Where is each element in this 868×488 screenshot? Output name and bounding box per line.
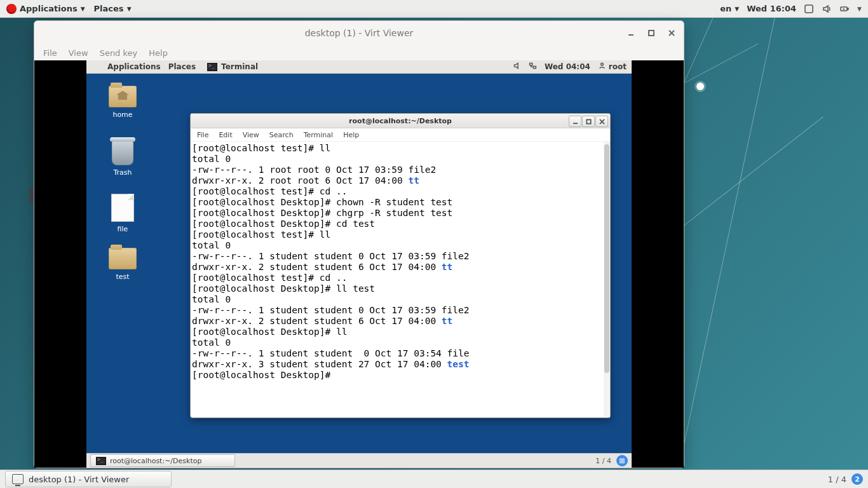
guest-user-menu[interactable]: root (598, 62, 627, 72)
terminal-titlebar[interactable]: root@localhost:~/Desktop (191, 114, 610, 128)
terminal-window: root@localhost:~/Desktop File Edit View (190, 113, 611, 418)
letterbox-right (632, 60, 684, 468)
volume-icon[interactable] (513, 62, 521, 72)
terminal-menu-help[interactable]: Help (343, 131, 359, 139)
terminal-title: root@localhost:~/Desktop (349, 117, 452, 125)
user-icon (598, 62, 606, 72)
battery-icon[interactable] (839, 4, 850, 14)
guest-user-label: root (609, 62, 627, 71)
terminal-menu-file[interactable]: File (197, 131, 208, 139)
svg-rect-0 (805, 5, 813, 13)
accessibility-icon[interactable] (804, 4, 814, 14)
desktop-icon-file[interactable]: file (102, 194, 143, 233)
network-icon[interactable] (529, 62, 537, 72)
svg-rect-4 (530, 63, 532, 65)
desktop-icon-label: test (102, 273, 143, 281)
desktop-icon-label: Trash (102, 168, 143, 177)
host-lang-label: en (720, 4, 731, 13)
terminal-icon (96, 457, 106, 465)
guest-top-panel: Applications Places Terminal Wed 04:04 (86, 60, 632, 74)
svg-rect-5 (533, 66, 536, 68)
guest-workspace-indicator[interactable]: 1 / 4 (595, 457, 611, 465)
chevron-down-icon: ▼ (857, 6, 862, 12)
desktop-icon-label: home (102, 111, 143, 119)
chevron-down-icon: ▼ (81, 6, 85, 12)
guest-clock[interactable]: Wed 04:04 (545, 62, 590, 71)
viewer-menu-sendkey[interactable]: Send key (100, 48, 138, 58)
svg-rect-3 (649, 30, 654, 36)
host-workspace-indicator[interactable]: 1 / 4 (828, 475, 846, 484)
guest-active-app[interactable]: Terminal (207, 62, 258, 71)
host-taskbar-item-virtviewer[interactable]: desktop (1) - Virt Viewer (5, 471, 172, 487)
desktop-icon-home[interactable]: home (102, 86, 143, 119)
viewer-menu-file[interactable]: File (43, 48, 57, 58)
guest-active-app-label: Terminal (221, 62, 258, 71)
trash-icon (112, 140, 133, 165)
folder-icon (109, 248, 137, 269)
host-bottom-panel: desktop (1) - Virt Viewer 1 / 4 2 (0, 470, 868, 488)
desktop-icon-label: file (102, 225, 143, 233)
host-language-indicator[interactable]: en ▼ (720, 4, 739, 13)
close-button[interactable] (665, 26, 679, 40)
terminal-menu-search[interactable]: Search (269, 131, 294, 139)
terminal-scrollbar[interactable] (604, 142, 610, 417)
terminal-menu-edit[interactable]: Edit (219, 131, 232, 139)
file-icon (111, 194, 134, 222)
volume-icon[interactable] (822, 4, 832, 14)
guest-desktop[interactable]: Applications Places Terminal Wed 04:04 (86, 60, 632, 468)
terminal-icon (207, 63, 217, 71)
terminal-menu-terminal[interactable]: Terminal (304, 131, 334, 139)
host-desktop: Applications ▼ Places ▼ en ▼ Wed 16:04 ▼… (0, 0, 868, 488)
host-workspace-switcher-icon[interactable]: 2 (851, 473, 863, 485)
virt-viewer-menubar: File View Send key Help (34, 45, 684, 60)
svg-rect-2 (848, 8, 849, 10)
host-top-panel: Applications ▼ Places ▼ en ▼ Wed 16:04 ▼ (0, 0, 868, 18)
redhat-icon (6, 4, 17, 14)
monitor-icon (12, 474, 24, 484)
desktop-icon-trash[interactable]: Trash (102, 140, 143, 177)
redhat-icon (92, 63, 100, 71)
guest-taskbar-item-terminal[interactable]: root@localhost:~/Desktop (90, 454, 235, 467)
terminal-scroll-thumb[interactable] (604, 144, 609, 373)
guest-bottom-panel: root@localhost:~/Desktop 1 / 4 ⊞ (86, 453, 632, 468)
terminal-output[interactable]: [root@localhost test]# ll total 0 -rw-r-… (192, 143, 602, 416)
folder-home-icon (109, 86, 137, 107)
terminal-body[interactable]: [root@localhost test]# ll total 0 -rw-r-… (191, 142, 610, 417)
letterbox-left (34, 60, 86, 468)
virt-viewer-window: desktop (1) - Virt Viewer File View Send… (34, 20, 684, 468)
guest-places-menu[interactable]: Places (168, 62, 196, 71)
host-applications-label: Applications (20, 4, 78, 13)
host-applications-menu[interactable]: Applications ▼ (6, 4, 85, 14)
host-places-label: Places (94, 4, 124, 13)
virt-viewer-title: desktop (1) - Virt Viewer (305, 28, 414, 38)
viewer-menu-view[interactable]: View (69, 48, 88, 58)
minimize-button[interactable] (624, 26, 638, 40)
desktop-icon-test[interactable]: test (102, 248, 143, 281)
chevron-down-icon: ▼ (735, 6, 739, 12)
virt-viewer-display[interactable]: Applications Places Terminal Wed 04:04 (34, 60, 684, 468)
guest-applications-menu[interactable]: Applications (107, 62, 161, 71)
terminal-maximize-button[interactable] (582, 116, 595, 127)
terminal-close-button[interactable] (595, 116, 608, 127)
guest-task-label: root@localhost:~/Desktop (110, 457, 201, 465)
host-clock[interactable]: Wed 16:04 (747, 4, 796, 13)
host-places-menu[interactable]: Places ▼ (94, 4, 132, 13)
virt-viewer-titlebar[interactable]: desktop (1) - Virt Viewer (34, 21, 684, 45)
guest-workspace-switcher-icon[interactable]: ⊞ (616, 455, 628, 466)
terminal-menu-view[interactable]: View (243, 131, 259, 139)
maximize-button[interactable] (644, 26, 658, 40)
svg-point-6 (600, 63, 603, 65)
chevron-down-icon: ▼ (127, 6, 132, 12)
terminal-menubar: File Edit View Search Terminal Help (191, 128, 610, 142)
host-task-label: desktop (1) - Virt Viewer (29, 475, 129, 484)
viewer-menu-help[interactable]: Help (149, 48, 168, 58)
terminal-minimize-button[interactable] (569, 116, 581, 127)
svg-rect-7 (587, 119, 590, 123)
